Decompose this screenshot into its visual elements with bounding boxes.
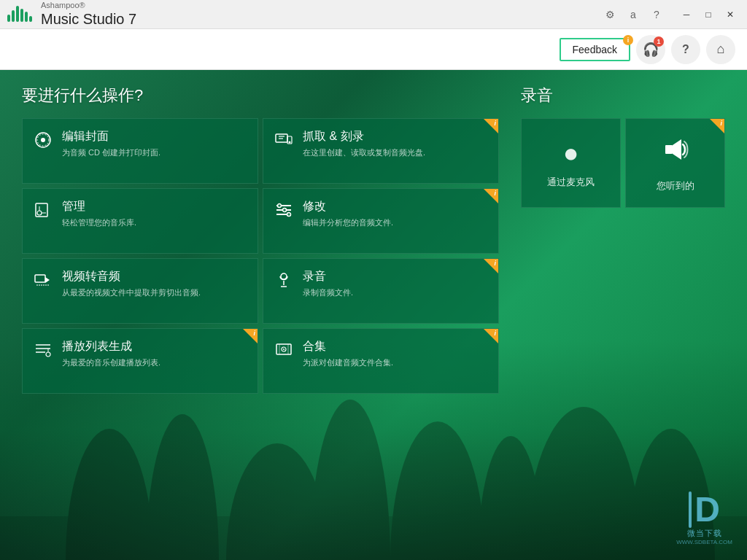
settings-icon-btn[interactable]: ⚙ [600, 4, 620, 25]
recording-label-microphone: 通过麦克风 [547, 176, 595, 189]
main-grid: 编辑封面 为音频 CD 创建并打印封面. 抓取 & 刻录 在这里创建、读取或复制… [22, 118, 499, 394]
grid-item-icon-manage [33, 201, 53, 224]
svg-rect-1 [12, 10, 15, 22]
grid-item-edit-cover[interactable]: 编辑封面 为音频 CD 创建并打印封面. [22, 118, 258, 184]
grid-item-manage[interactable]: 管理 轻松管理您的音乐库. [22, 188, 258, 254]
logo-svg [6, 1, 35, 28]
close-button[interactable]: ✕ [719, 4, 741, 25]
feedback-label: Feedback [573, 44, 617, 55]
window-controls: ─ □ ✕ [676, 4, 741, 25]
grid-item-compilation[interactable]: 合集 为派对创建音频文件合集. [263, 328, 499, 394]
grid-item-title-video-to-audio: 视频转音频 [62, 269, 201, 284]
info-badge [484, 189, 498, 203]
right-section: 录音 ● 通过麦克风 您听到的 [521, 85, 725, 545]
info-badge [484, 329, 498, 343]
svg-marker-34 [45, 277, 50, 283]
grid-item-icon-playlist [33, 341, 53, 364]
recording-item-microphone[interactable]: ● 通过麦克风 [521, 118, 621, 208]
grid-item-title-modify: 修改 [303, 199, 393, 214]
left-section: 要进行什么操作? 编辑封面 为音频 CD 创建并打印封面. 抓取 & 刻录 在这… [22, 85, 499, 545]
minimize-button[interactable]: ─ [676, 4, 697, 25]
content-area: 要进行什么操作? 编辑封面 为音频 CD 创建并打印封面. 抓取 & 刻录 在这… [0, 70, 747, 560]
grid-item-text-record: 录音 录制音频文件. [303, 269, 353, 298]
feedback-button[interactable]: Feedback i [560, 38, 630, 61]
svg-point-16 [41, 138, 45, 142]
grid-item-text-manage: 管理 轻松管理您的音乐库. [62, 199, 136, 228]
grid-item-desc-edit-cover: 为音频 CD 创建并打印封面. [62, 147, 160, 158]
titlebar: Ashampoo® Music Studio 7 ⚙ a ? ─ □ ✕ [0, 0, 747, 29]
feedback-badge: i [623, 35, 633, 45]
recording-grid: ● 通过麦克风 您听到的 [521, 118, 725, 208]
watermark-logo: D [694, 492, 720, 527]
grid-item-playlist[interactable]: 播放列表生成 为最爱的音乐创建播放列表. [22, 328, 258, 394]
home-nav-button[interactable]: ⌂ [706, 35, 735, 64]
grid-item-icon-record [274, 271, 294, 294]
recording-icon-listen [659, 133, 692, 172]
svg-point-32 [287, 213, 291, 217]
info-badge [484, 259, 498, 273]
svg-point-30 [278, 204, 282, 208]
info-badge [710, 119, 724, 133]
grid-item-icon-modify [274, 201, 294, 224]
svg-point-22 [289, 141, 291, 144]
recording-icon-microphone: ● [563, 138, 579, 168]
grid-item-text-playlist: 播放列表生成 为最爱的音乐创建播放列表. [62, 339, 160, 368]
grid-item-desc-modify: 编辑并分析您的音频文件. [303, 217, 393, 228]
grid-item-title-manage: 管理 [62, 199, 136, 214]
grid-item-title-rip-burn: 抓取 & 刻录 [303, 129, 425, 144]
svg-point-31 [283, 209, 287, 212]
svg-rect-49 [665, 145, 673, 154]
watermark-brand: 微当下载 [687, 528, 722, 539]
svg-marker-50 [673, 139, 681, 160]
grid-item-title-compilation: 合集 [303, 339, 393, 354]
grid-item-modify[interactable]: 修改 编辑并分析您的音频文件. [263, 188, 499, 254]
svg-point-36 [281, 273, 287, 279]
grid-item-desc-rip-burn: 在这里创建、读取或复制音频光盘. [303, 147, 425, 158]
grid-item-title-record: 录音 [303, 269, 353, 284]
notification-badge: 1 [654, 36, 664, 47]
main-content: 要进行什么操作? 编辑封面 为音频 CD 创建并打印封面. 抓取 & 刻录 在这… [0, 70, 747, 560]
right-section-title: 录音 [521, 85, 725, 106]
help-nav-button[interactable]: ? [671, 35, 700, 64]
grid-item-icon-rip-burn [274, 131, 294, 154]
headphone-button[interactable]: 🎧 1 [636, 35, 665, 64]
grid-item-title-edit-cover: 编辑封面 [62, 129, 160, 144]
grid-item-text-edit-cover: 编辑封面 为音频 CD 创建并打印封面. [62, 129, 160, 158]
grid-item-icon-compilation [274, 341, 294, 364]
titlebar-right: ⚙ a ? ─ □ ✕ [600, 4, 741, 25]
titlebar-left: Ashampoo® Music Studio 7 [6, 1, 136, 28]
grid-item-desc-record: 录制音频文件. [303, 287, 353, 298]
grid-item-desc-playlist: 为最爱的音乐创建播放列表. [62, 357, 160, 368]
info-badge [243, 329, 258, 343]
grid-item-text-compilation: 合集 为派对创建音频文件合集. [303, 339, 393, 368]
grid-item-icon-edit-cover [33, 131, 53, 154]
recording-item-listen[interactable]: 您听到的 [625, 118, 725, 208]
help-icon-btn[interactable]: ? [646, 4, 667, 25]
info-badge [484, 119, 498, 133]
svg-rect-0 [7, 15, 10, 22]
grid-item-icon-video-to-audio [33, 271, 53, 294]
grid-item-text-video-to-audio: 视频转音频 从最爱的视频文件中提取并剪切出音频. [62, 269, 201, 298]
maximize-button[interactable]: □ [697, 4, 719, 25]
svg-rect-5 [29, 16, 32, 22]
svg-point-42 [46, 352, 50, 357]
grid-item-record[interactable]: 录音 录制音频文件. [263, 258, 499, 324]
grid-item-text-modify: 修改 编辑并分析您的音频文件. [303, 199, 393, 228]
toolbar: Feedback i 🎧 1 ? ⌂ [0, 29, 747, 70]
svg-rect-4 [25, 12, 28, 22]
brand-name: Ashampoo® [41, 1, 136, 10]
watermark: D 微当下载 WWW.SDBETA.COM [676, 491, 732, 545]
recording-label-listen: 您听到的 [657, 179, 694, 192]
svg-rect-33 [35, 275, 45, 282]
font-icon-btn[interactable]: a [623, 4, 643, 25]
svg-rect-2 [16, 6, 19, 22]
grid-item-rip-burn[interactable]: 抓取 & 刻录 在这里创建、读取或复制音频光盘. [263, 118, 499, 184]
left-section-title: 要进行什么操作? [22, 85, 499, 106]
app-name: Music Studio 7 [41, 11, 136, 27]
grid-item-video-to-audio[interactable]: 视频转音频 从最爱的视频文件中提取并剪切出音频. [22, 258, 258, 324]
svg-point-46 [283, 349, 285, 350]
svg-point-24 [37, 211, 42, 215]
app-logo [6, 1, 35, 28]
grid-item-title-playlist: 播放列表生成 [62, 339, 160, 354]
app-title-block: Ashampoo® Music Studio 7 [41, 1, 136, 28]
